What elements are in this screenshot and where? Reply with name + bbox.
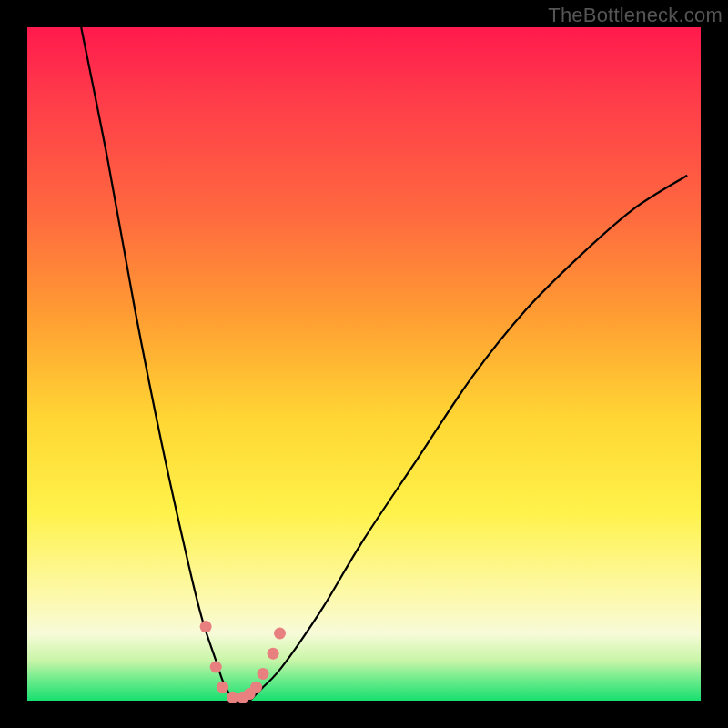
plot-area bbox=[27, 27, 701, 701]
outer-frame: TheBottleneck.com bbox=[0, 0, 728, 728]
curve-svg bbox=[27, 27, 701, 701]
marker-dot bbox=[274, 628, 286, 640]
marker-dot bbox=[268, 648, 279, 660]
marker-dot bbox=[210, 662, 222, 673]
marker-dot bbox=[258, 668, 269, 680]
watermark-text: TheBottleneck.com bbox=[548, 4, 723, 27]
marker-dot bbox=[227, 692, 238, 703]
bottleneck-curve bbox=[81, 27, 687, 702]
marker-dot bbox=[250, 682, 262, 693]
marker-dot bbox=[200, 621, 212, 632]
curve-markers bbox=[200, 621, 286, 703]
marker-dot bbox=[217, 682, 228, 693]
